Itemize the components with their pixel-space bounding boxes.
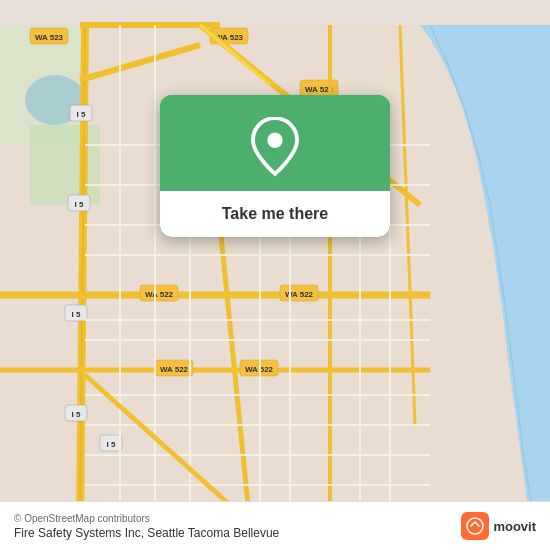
svg-text:I 5: I 5 [72, 310, 81, 319]
svg-text:WA 522: WA 522 [160, 365, 189, 374]
svg-rect-2 [30, 125, 100, 205]
popup-card: Take me there [160, 95, 390, 237]
location-pin-icon [251, 119, 299, 175]
moovit-icon [461, 512, 489, 540]
map-container: I 5 I 5 I 5 I 5 WA 523 WA 523 WA 522 WA … [0, 0, 550, 550]
svg-text:I 5: I 5 [72, 410, 81, 419]
map-attribution: © OpenStreetMap contributors [14, 513, 279, 524]
svg-point-57 [267, 133, 282, 148]
bottom-bar: © OpenStreetMap contributors Fire Safety… [0, 501, 550, 550]
svg-text:I 5: I 5 [75, 200, 84, 209]
svg-text:I 5: I 5 [77, 110, 86, 119]
svg-text:WA 523: WA 523 [35, 33, 64, 42]
take-me-there-button[interactable]: Take me there [160, 191, 390, 237]
popup-icon-area [160, 95, 390, 191]
moovit-logo: moovit [461, 512, 536, 540]
location-text: Fire Safety Systems Inc, Seattle Tacoma … [14, 526, 279, 540]
svg-text:I 5: I 5 [107, 440, 116, 449]
svg-text:WA 522: WA 522 [145, 290, 174, 299]
svg-point-58 [467, 518, 483, 534]
map-background: I 5 I 5 I 5 I 5 WA 523 WA 523 WA 522 WA … [0, 0, 550, 550]
moovit-text: moovit [493, 519, 536, 534]
